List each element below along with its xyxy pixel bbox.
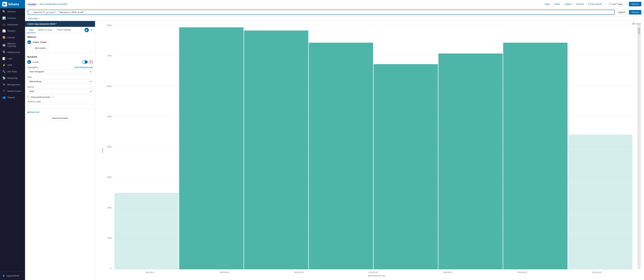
sidebar: kibana 🔍Discover📊Visualize🗂Dashboard📈Tim… (0, 0, 25, 280)
refresh-btn-top-right[interactable]: Refresh (629, 2, 641, 6)
interval-group: Interval Daily (28, 86, 93, 94)
sidebar-item-monitoring[interactable]: 📡Monitoring (0, 75, 25, 81)
discover-icon: 🔍 (2, 10, 6, 13)
sidebar-bottom: 👤 lagoonadmin (0, 271, 25, 280)
management-icon: ⚙ (2, 83, 6, 86)
nav-next-button[interactable]: › (626, 3, 627, 6)
y-label-1000: 1,000 (107, 237, 112, 239)
advanced-link[interactable]: ◀ Advanced (28, 111, 39, 113)
autorefresh-label: Auto-refresh (590, 3, 602, 5)
sidebar-item-infrastructure[interactable]: 🏗Infrastructure (0, 49, 25, 55)
y-label-8000: 8,000 (107, 24, 112, 26)
x-label-4: 2019-09-21 (443, 271, 452, 273)
field-select[interactable]: @timestamp (28, 79, 93, 84)
refresh-button-query[interactable]: Refresh (629, 10, 641, 14)
x-label-0: 2019-09-17 (145, 271, 155, 273)
query-input[interactable] (34, 11, 612, 13)
y-axis-title: Count (102, 148, 104, 153)
buckets-title: Buckets (28, 53, 93, 58)
timerange-label: Last 7 days (612, 3, 623, 5)
dashboard-icon: 🗂 (2, 23, 6, 26)
chart-bar-7[interactable] (568, 135, 632, 270)
sidebar-item-visualize[interactable]: 📊Visualize (0, 15, 25, 21)
sidebar-item-apm[interactable]: ⚡APM (0, 62, 25, 68)
share-button[interactable]: Share (553, 2, 562, 6)
sidebar-item-label-discover: Discover (7, 10, 16, 13)
date-histogram-help-link[interactable]: Date Histogram help (74, 66, 93, 68)
chart-container: Count 8,000 7,000 6,000 5,000 4,000 3,00… (98, 24, 641, 277)
custom-label-input[interactable] (28, 104, 93, 109)
sidebar-item-management[interactable]: ⚙Management (0, 81, 25, 88)
query-bar: >_ Options Refresh (25, 8, 644, 16)
query-prompt: >_ (30, 11, 32, 13)
y-label-4000: 4,000 (107, 146, 112, 148)
x-label-1: 2019-09-18 (220, 271, 229, 273)
aggregation-label: Aggregation Date Histogram help (28, 66, 93, 68)
y-label-2000: 2,000 (107, 207, 112, 209)
machine-learning-icon: 🤖 (2, 43, 6, 46)
sidebar-item-timelion[interactable]: 📈Timelion (0, 28, 25, 34)
sidebar-item-label-machine-learning: Machine Learning (7, 42, 23, 47)
sidebar-user[interactable]: 👤 lagoonadmin (0, 273, 25, 279)
run-button[interactable]: ▶ (84, 28, 89, 32)
sidebar-item-tenants[interactable]: 👥Tenants (0, 94, 25, 101)
timerange-selector[interactable]: 🕐 Last 7 days (607, 2, 624, 6)
breadcrumb-visualize-link[interactable]: Visualize (28, 3, 36, 5)
x-axis-title: @timestamp per day (104, 275, 641, 277)
metric-axis-label: Y-Axis (32, 41, 39, 43)
inspect-button[interactable]: Inspect (563, 2, 573, 6)
topbar: Visualize / New Visualization (unsaved) … (25, 0, 644, 8)
x-label-2: 2019-09-19 (294, 271, 304, 273)
save-button[interactable]: Save (543, 2, 551, 6)
query-input-wrap: >_ (28, 10, 614, 15)
sidebar-item-logs[interactable]: 📝Logs (0, 55, 25, 62)
field-label: Field (28, 76, 93, 78)
add-filter-button[interactable]: Add a filter + (28, 17, 641, 20)
nav-prev-button[interactable]: ‹ (604, 3, 604, 6)
tab-metrics-axes[interactable]: Metrics & Axes (36, 27, 54, 33)
sidebar-item-dashboard[interactable]: 🗂Dashboard (0, 21, 25, 28)
add-metrics-button[interactable]: Add metrics (32, 46, 48, 50)
sidebar-item-label-dashboard: Dashboard (7, 23, 18, 26)
sidebar-item-canvas[interactable]: 🎨Canvas (0, 34, 25, 41)
sidebar-item-discover[interactable]: 🔍Discover (0, 8, 25, 15)
chart-bar-4[interactable] (374, 64, 438, 269)
tab-panel-settings[interactable]: Panel Settings (54, 27, 73, 33)
sidebar-item-label-management: Management (7, 83, 20, 86)
chart-bar-1[interactable] (179, 27, 244, 269)
search-guard-icon: 🛡 (2, 90, 6, 93)
y-label-7000: 7,000 (107, 55, 112, 57)
clock-icon: 🕐 (608, 3, 611, 5)
interval-select[interactable]: Daily (28, 89, 93, 94)
interval-label: Interval (28, 86, 93, 88)
sidebar-item-label-infrastructure: Infrastructure (7, 51, 20, 53)
autorefresh-toggle[interactable]: ↺ Auto-refresh (588, 3, 602, 5)
sidebar-item-search-guard[interactable]: 🛡Search Guard (0, 88, 25, 94)
refresh-button-top[interactable]: Refresh (575, 2, 586, 6)
bucket-toggle[interactable] (82, 60, 88, 63)
bucket-badge: ▶ (28, 60, 31, 64)
drop-partial-checkbox[interactable] (28, 96, 30, 98)
chart-bar-0[interactable] (114, 193, 179, 269)
options-button[interactable]: Options (616, 10, 628, 15)
username-label: lagoonadmin (7, 275, 19, 277)
sidebar-item-label-tenants: Tenants (7, 96, 15, 99)
close-button[interactable]: ✕ (90, 28, 94, 32)
chart-bar-3[interactable] (309, 43, 373, 269)
chart-bar-2[interactable] (244, 30, 308, 269)
chart-bar-6[interactable] (503, 43, 568, 269)
help-icon[interactable]: ? (52, 96, 54, 98)
chart-scrollbar[interactable] (637, 24, 641, 269)
sidebar-item-dev-tools[interactable]: 🔧Dev Tools (0, 68, 25, 75)
tab-data[interactable]: Data (26, 27, 36, 33)
sidebar-item-machine-learning[interactable]: 🤖Machine Learning (0, 41, 25, 49)
add-sub-buckets-button[interactable]: Add sub-buckets (50, 116, 71, 121)
y-label-3000: 3,000 (107, 176, 112, 178)
infrastructure-icon: 🏗 (2, 51, 6, 54)
scrollbar-thumb (638, 28, 640, 34)
more-options-icon[interactable]: ⋮ (91, 60, 94, 64)
index-pattern-header: router-logs-amazeeio-2018-* (25, 21, 95, 27)
bucket-label: X-Axis (32, 61, 81, 63)
chart-bar-5[interactable] (438, 53, 503, 269)
aggregation-select[interactable]: Date Histogram (28, 69, 93, 74)
